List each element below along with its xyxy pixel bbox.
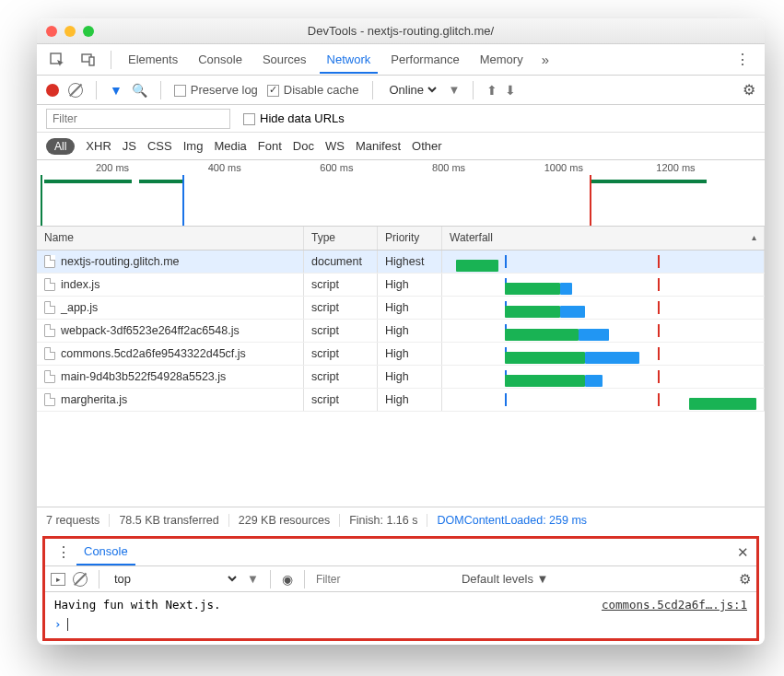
table-row[interactable]: margherita.jsscriptHigh bbox=[37, 389, 765, 412]
live-expression-icon[interactable]: ◉ bbox=[282, 572, 293, 587]
settings-menu-button[interactable]: ⋮ bbox=[728, 51, 757, 68]
filter-other[interactable]: Other bbox=[412, 139, 442, 153]
waterfall-cell bbox=[442, 343, 765, 365]
tab-network[interactable]: Network bbox=[320, 45, 379, 74]
network-settings-icon[interactable]: ⚙ bbox=[743, 81, 755, 99]
request-type: script bbox=[304, 274, 378, 296]
filter-font[interactable]: Font bbox=[258, 139, 282, 153]
network-table-header[interactable]: Name Type Priority Waterfall bbox=[37, 227, 765, 251]
drawer-menu-icon[interactable]: ⋮ bbox=[51, 543, 76, 561]
download-har-icon[interactable]: ⬇ bbox=[505, 83, 516, 98]
console-filter-input[interactable] bbox=[316, 573, 454, 586]
summary-requests: 7 requests bbox=[46, 514, 110, 527]
disable-cache-checkbox[interactable]: Disable cache bbox=[267, 83, 359, 97]
tab-sources[interactable]: Sources bbox=[255, 45, 314, 74]
preserve-log-label: Preserve log bbox=[191, 83, 258, 97]
request-priority: High bbox=[378, 343, 442, 365]
console-log-row: Having fun with Next.js. commons.5cd2a6f… bbox=[45, 592, 756, 617]
console-sidebar-toggle-icon[interactable]: ▸ bbox=[51, 573, 65, 586]
filter-bar: Hide data URLs bbox=[37, 105, 765, 133]
file-icon bbox=[44, 324, 55, 337]
summary-resources: 229 KB resources bbox=[229, 514, 340, 527]
overview-tick: 600 ms bbox=[316, 162, 428, 173]
request-priority: High bbox=[378, 274, 442, 296]
filter-css[interactable]: CSS bbox=[147, 139, 172, 153]
tab-elements[interactable]: Elements bbox=[121, 45, 185, 74]
waterfall-cell bbox=[442, 389, 765, 411]
filter-all[interactable]: All bbox=[46, 138, 75, 155]
request-name: commons.5cd2a6fe9543322d45cf.js bbox=[61, 347, 246, 360]
summary-finish: Finish: 1.16 s bbox=[340, 514, 427, 527]
col-header-waterfall[interactable]: Waterfall bbox=[442, 227, 765, 250]
search-icon[interactable]: 🔍 bbox=[132, 83, 147, 98]
table-row[interactable]: webpack-3df6523e264ff2ac6548.jsscriptHig… bbox=[37, 320, 765, 343]
console-prompt[interactable]: › bbox=[45, 617, 756, 638]
file-icon bbox=[44, 347, 55, 360]
console-settings-icon[interactable]: ⚙ bbox=[739, 571, 751, 588]
window-titlebar: DevTools - nextjs-routing.glitch.me/ bbox=[37, 18, 765, 44]
network-toolbar: ▼ 🔍 Preserve log Disable cache Online ▼ … bbox=[37, 76, 765, 105]
more-tabs-button[interactable]: » bbox=[536, 52, 555, 67]
preserve-log-checkbox[interactable]: Preserve log bbox=[174, 83, 258, 97]
overview-tick: 200 ms bbox=[92, 162, 205, 173]
col-header-name[interactable]: Name bbox=[37, 227, 304, 250]
filter-js[interactable]: JS bbox=[123, 139, 136, 153]
network-table-body: nextjs-routing.glitch.medocumentHighesti… bbox=[37, 251, 765, 412]
throttling-select[interactable]: Online bbox=[386, 82, 439, 98]
waterfall-cell bbox=[442, 366, 765, 388]
drawer-close-button[interactable]: ✕ bbox=[737, 544, 749, 561]
overview-tick: 400 ms bbox=[205, 162, 317, 173]
clear-button[interactable] bbox=[68, 83, 83, 98]
file-icon bbox=[44, 278, 55, 291]
upload-har-icon[interactable]: ⬆ bbox=[486, 83, 497, 98]
request-name: nextjs-routing.glitch.me bbox=[61, 255, 180, 268]
console-clear-button[interactable] bbox=[73, 572, 88, 587]
device-mode-icon[interactable] bbox=[76, 50, 101, 70]
file-icon bbox=[44, 393, 55, 406]
svg-rect-2 bbox=[89, 57, 94, 65]
filter-input[interactable] bbox=[46, 109, 230, 129]
filter-img[interactable]: Img bbox=[183, 139, 204, 153]
filter-media[interactable]: Media bbox=[214, 139, 246, 153]
request-type: script bbox=[304, 389, 378, 411]
waterfall-cell bbox=[442, 297, 765, 319]
table-row[interactable]: index.jsscriptHigh bbox=[37, 274, 765, 297]
hide-data-urls-checkbox[interactable]: Hide data URLs bbox=[243, 111, 345, 125]
summary-transferred: 78.5 KB transferred bbox=[110, 514, 228, 527]
table-row[interactable]: main-9d4b3b522f54928a5523.jsscriptHigh bbox=[37, 366, 765, 389]
inspect-icon[interactable] bbox=[44, 50, 70, 70]
request-name: index.js bbox=[61, 278, 99, 291]
filter-toggle-icon[interactable]: ▼ bbox=[110, 83, 123, 98]
tab-console[interactable]: Console bbox=[191, 45, 250, 74]
col-header-type[interactable]: Type bbox=[304, 227, 378, 250]
file-icon bbox=[44, 370, 55, 383]
tab-performance[interactable]: Performance bbox=[383, 45, 466, 74]
record-button[interactable] bbox=[46, 84, 59, 97]
overview-tick: 800 ms bbox=[428, 162, 541, 173]
table-row[interactable]: commons.5cd2a6fe9543322d45cf.jsscriptHig… bbox=[37, 343, 765, 366]
waterfall-cell bbox=[442, 274, 765, 296]
prompt-chevron-icon: › bbox=[54, 617, 62, 631]
overview-tick: 1200 ms bbox=[652, 162, 765, 173]
table-row[interactable]: nextjs-routing.glitch.medocumentHighest bbox=[37, 251, 765, 274]
tab-memory[interactable]: Memory bbox=[473, 45, 531, 74]
request-priority: High bbox=[378, 320, 442, 342]
request-type: script bbox=[304, 343, 378, 365]
col-header-priority[interactable]: Priority bbox=[378, 227, 442, 250]
execution-context-select[interactable]: top bbox=[111, 571, 240, 587]
filter-doc[interactable]: Doc bbox=[293, 139, 314, 153]
request-name: margherita.js bbox=[61, 393, 127, 406]
table-row[interactable]: _app.jsscriptHigh bbox=[37, 297, 765, 320]
disable-cache-label: Disable cache bbox=[284, 83, 359, 97]
request-name: main-9d4b3b522f54928a5523.js bbox=[61, 370, 226, 383]
filter-ws[interactable]: WS bbox=[325, 139, 345, 153]
filter-xhr[interactable]: XHR bbox=[86, 139, 111, 153]
network-overview[interactable]: 200 ms 400 ms 600 ms 800 ms 1000 ms 1200… bbox=[37, 160, 765, 227]
console-source-link[interactable]: commons.5cd2a6f….js:1 bbox=[602, 598, 747, 612]
drawer-tabs: ⋮ Console ✕ bbox=[45, 539, 756, 566]
filter-manifest[interactable]: Manifest bbox=[356, 139, 401, 153]
panel-tabs: Elements Console Sources Network Perform… bbox=[37, 44, 765, 76]
log-levels-select[interactable]: Default levels ▼ bbox=[462, 572, 549, 586]
request-name: webpack-3df6523e264ff2ac6548.js bbox=[61, 324, 240, 337]
drawer-tab-console[interactable]: Console bbox=[76, 539, 135, 565]
